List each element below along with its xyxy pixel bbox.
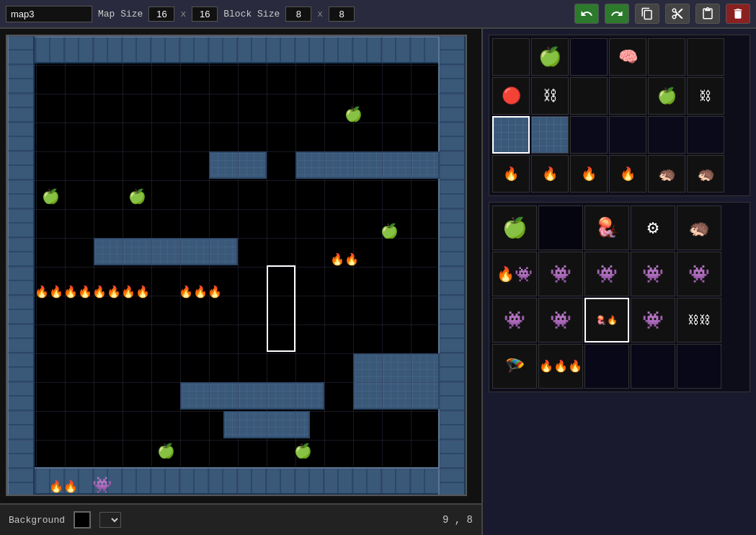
sprite-cell-apple-right[interactable]: 🍏 <box>648 77 685 115</box>
map-size-label: Map Size <box>98 9 143 19</box>
map-monster-1: 👾 <box>92 476 112 495</box>
toolbar: map3 Map Size 16 x 16 Block Size 8 x 8 <box>0 0 756 29</box>
copy-button[interactable] <box>635 4 659 24</box>
sprite-palette-panel: 🍏 🧠 🔴 ⛓ 🍏 ⛓ <box>483 29 756 535</box>
paste-button[interactable] <box>695 4 720 24</box>
sprite-sheet-items: 🍏 🪼 ⚙ 🦔 🔥👾 👾 👾 👾 👾 👾 👾 🪼🔥 👾 ⛓⛓ <box>489 202 750 392</box>
color-black-swatch[interactable] <box>74 511 91 529</box>
map-grid[interactable]: 🍏 🍏 🍏 🍏 🔥🔥🔥🔥 🔥🔥🔥🔥 🔥🔥🔥 👾 🔥🔥 🍏 🍏 <box>6 35 467 496</box>
sprite-item-empty-2[interactable] <box>631 344 675 389</box>
map-size-x-sep: x <box>180 9 186 19</box>
map-fire-mid: 🔥🔥 <box>330 252 359 267</box>
wall-block-4 <box>180 382 324 410</box>
sprite-cell-empty-7[interactable] <box>570 116 608 154</box>
block-height-input[interactable]: 8 <box>329 6 355 22</box>
sprite-cell-spike-1[interactable]: 🦔 <box>648 155 685 193</box>
block-width-input[interactable]: 8 <box>285 6 311 22</box>
sprite-grid-items: 🍏 🪼 ⚙ 🦔 🔥👾 👾 👾 👾 👾 👾 👾 🪼🔥 👾 ⛓⛓ <box>492 205 747 389</box>
sprite-cell-red-enemy[interactable]: 🔴 <box>492 77 530 115</box>
undo-button[interactable] <box>574 4 599 24</box>
map-fire-bottom: 🔥🔥 <box>49 479 78 494</box>
map-fire-3: 🔥🔥🔥 <box>179 285 222 299</box>
sprite-cell-fire-row[interactable]: 🔥 <box>492 155 530 193</box>
map-apple-5: 🍏 <box>157 442 175 460</box>
sprite-item-monster-2[interactable]: 👾 <box>584 252 629 296</box>
wall-top <box>7 36 466 63</box>
sprite-item-parachute[interactable]: 🪂 <box>492 344 537 389</box>
bg-color-select[interactable] <box>99 512 121 528</box>
sprite-cell-chain-2[interactable]: ⛓ <box>687 77 724 115</box>
wall-block-6 <box>353 353 440 410</box>
sprite-cell-empty-4[interactable] <box>687 38 724 76</box>
sprite-item-monster-6[interactable]: 👾 <box>538 298 583 342</box>
map-canvas-area[interactable]: 🍏 🍏 🍏 🍏 🔥🔥🔥🔥 🔥🔥🔥🔥 🔥🔥🔥 👾 🔥🔥 🍏 🍏 <box>0 29 481 503</box>
sprite-cell-empty-8[interactable] <box>609 116 646 154</box>
bottom-bar: Background 9 , 8 <box>0 503 481 535</box>
map-apple-3: 🍏 <box>128 187 146 205</box>
sprite-cell-empty-3[interactable] <box>648 38 685 76</box>
sprite-item-monster-5[interactable]: 👾 <box>492 298 537 342</box>
sprite-cell-empty-5[interactable] <box>570 77 608 115</box>
background-label: Background <box>9 515 65 526</box>
wall-block-2 <box>295 151 440 179</box>
sprite-cell-wall-selected[interactable] <box>492 116 530 154</box>
wall-block-1 <box>209 151 267 179</box>
wall-left <box>7 36 35 495</box>
sprite-item-selected[interactable]: 🪼🔥 <box>584 298 629 342</box>
main-area: 🍏 🍏 🍏 🍏 🔥🔥🔥🔥 🔥🔥🔥🔥 🔥🔥🔥 👾 🔥🔥 🍏 🍏 <box>0 29 756 535</box>
sprite-cell-apple-top[interactable]: 🍏 <box>531 38 569 76</box>
sprite-cell-wall-2[interactable] <box>531 116 569 154</box>
redo-button[interactable] <box>605 4 629 24</box>
sprite-item-dark[interactable] <box>538 205 583 250</box>
sprite-cell-brain[interactable]: 🧠 <box>609 38 646 76</box>
sprite-item-monster-4[interactable]: 👾 <box>677 252 721 296</box>
sprite-item-monster-7[interactable]: 👾 <box>631 298 675 342</box>
wall-right <box>438 36 466 495</box>
sprite-cell-fire-2[interactable]: 🔥 <box>531 155 569 193</box>
sprite-item-gear[interactable]: ⚙ <box>631 205 675 250</box>
block-size-x-sep: x <box>317 9 323 19</box>
map-selection <box>267 265 295 352</box>
map-apple-1: 🍏 <box>344 105 363 123</box>
sprite-cell-fire-4[interactable]: 🔥 <box>609 155 646 193</box>
sprite-item-jellyfish[interactable]: 🪼 <box>584 205 629 250</box>
sprite-item-fire-row-2[interactable]: 🔥🔥🔥 <box>538 344 583 389</box>
sprite-item-fire-enemy[interactable]: 🔥👾 <box>492 252 537 296</box>
map-apple-2: 🍏 <box>42 187 60 205</box>
map-apple-6: 🍏 <box>294 442 312 460</box>
sprite-item-empty-1[interactable] <box>584 344 629 389</box>
sprite-cell-spike-2[interactable]: 🦔 <box>687 155 724 193</box>
sprite-cell-empty-6[interactable] <box>609 77 646 115</box>
wall-block-5 <box>223 411 310 438</box>
map-height-input[interactable]: 16 <box>192 6 218 22</box>
sprite-item-empty-3[interactable] <box>677 344 721 389</box>
sprite-cell-empty-10[interactable] <box>687 116 724 154</box>
sprite-cell-fire-3[interactable]: 🔥 <box>570 155 608 193</box>
sprite-item-chain-long[interactable]: ⛓⛓ <box>677 298 721 342</box>
map-apple-4: 🍏 <box>381 222 399 240</box>
wall-block-3 <box>94 238 238 265</box>
sprite-sheet-top: 🍏 🧠 🔴 ⛓ 🍏 ⛓ <box>489 35 750 196</box>
sprite-cell-empty-1[interactable] <box>492 38 530 76</box>
delete-button[interactable] <box>726 4 750 24</box>
sprite-cell-empty-9[interactable] <box>648 116 685 154</box>
sprite-cell-chain[interactable]: ⛓ <box>531 77 569 115</box>
map-fire-1: 🔥🔥🔥🔥 <box>35 285 92 299</box>
sprite-item-spike-enemy[interactable]: 🦔 <box>677 205 721 250</box>
map-name-input[interactable]: map3 <box>6 6 92 22</box>
sprite-item-apple[interactable]: 🍏 <box>492 205 537 250</box>
cut-button[interactable] <box>665 4 690 24</box>
coordinates-display: 9 , 8 <box>443 514 473 526</box>
block-size-label: Block Size <box>223 9 280 19</box>
sprite-item-monster-1[interactable]: 👾 <box>538 252 583 296</box>
map-width-input[interactable]: 16 <box>148 6 174 22</box>
map-fire-2: 🔥🔥🔥🔥 <box>92 285 150 299</box>
sprite-grid-top: 🍏 🧠 🔴 ⛓ 🍏 ⛓ <box>492 38 747 193</box>
sprite-cell-empty-2[interactable] <box>570 38 608 76</box>
sprite-item-monster-3[interactable]: 👾 <box>631 252 675 296</box>
map-editor-panel: 🍏 🍏 🍏 🍏 🔥🔥🔥🔥 🔥🔥🔥🔥 🔥🔥🔥 👾 🔥🔥 🍏 🍏 <box>0 29 483 535</box>
